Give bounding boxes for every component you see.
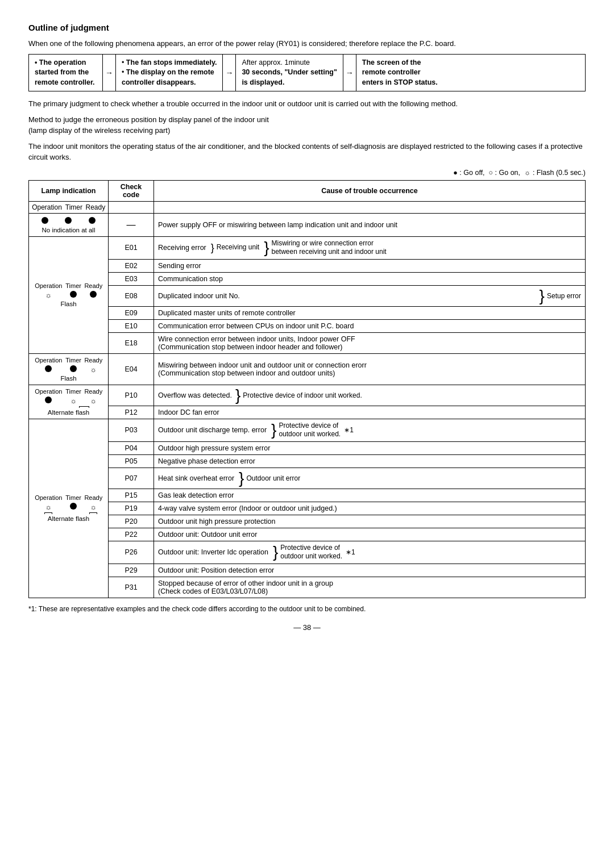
icon-timer-fill <box>65 217 72 224</box>
body-text-3: The indoor unit monitors the operating s… <box>28 141 586 163</box>
alt-brace-top2 <box>44 512 52 514</box>
icon-ready-flash: ☼ <box>90 503 97 511</box>
cause-text-P07: Heat sink overheat error <box>158 474 234 482</box>
label-outdoor-protect2: Protective device ofoutdoor unit worked. <box>280 544 342 561</box>
lamp-cell-alt1: Operation Timer Ready ☼ ☼ <box>29 385 109 419</box>
table-row: P19 4-way valve system error (Indoor or … <box>29 502 586 515</box>
lamp-cell-flash-group: Operation Timer Ready ☼ Flash <box>29 236 109 353</box>
code-P29: P29 <box>109 564 154 577</box>
cause-E01: Receiving error } Receiving unit } Miswi… <box>154 236 586 259</box>
label-miswiring: Miswiring or wire connection errorbetwee… <box>272 239 387 257</box>
label-op: Operation <box>33 387 64 395</box>
lamp-sub-header: Operation Timer Ready <box>29 201 109 213</box>
table-row: P29 Outdoor unit: Position detection err… <box>29 564 586 577</box>
footnote: *1: These are representative examples an… <box>28 604 586 614</box>
empty-cause-header <box>154 201 586 213</box>
icon-timer-flash: ☼ <box>70 397 77 404</box>
cause-P19: 4-way valve system error (Indoor or outd… <box>154 502 586 515</box>
table-row: No indication at all — Power supply OFF … <box>29 213 586 236</box>
cause-text-E01: Receiving error <box>158 244 206 252</box>
cause-P10: Overflow was detected. } Protective devi… <box>154 385 586 406</box>
code-P10: P10 <box>109 385 154 406</box>
col-operation: Operation <box>30 203 64 212</box>
empty-code-header <box>109 201 154 213</box>
cause-E09: Duplicated master units of remote contro… <box>154 306 586 319</box>
lamp-cell-row1: No indication at all <box>29 213 109 236</box>
cause-E18: Wire connection error between indoor uni… <box>154 332 586 353</box>
brace-setup: } <box>540 288 545 304</box>
table-row: P07 Heat sink overheat error } Outdoor u… <box>29 468 586 489</box>
code-P20: P20 <box>109 515 154 528</box>
header-cause: Cause of trouble occurrence <box>154 180 586 201</box>
cause-text-P10: Overflow was detected. <box>158 391 232 399</box>
code-E08: E08 <box>109 285 154 306</box>
lamp-note-flash: Flash <box>33 300 104 308</box>
code-P31: P31 <box>109 577 154 598</box>
lamp-note-alt: Alternate flash <box>33 408 104 416</box>
table-row: Operation Timer Ready ☼ Flash E04 Miswir… <box>29 353 586 385</box>
lamp-note-alt2: Alternate flash <box>33 515 104 523</box>
brace-receiving-large: } <box>264 240 269 256</box>
alt-brace-top3 <box>89 512 97 514</box>
header-lamp: Lamp indication <box>29 180 109 201</box>
lamp-note-flash: Flash <box>33 374 104 382</box>
table-row: E08 Duplicated indoor unit No. } Setup e… <box>29 285 586 306</box>
table-row: P05 Negative phase detection error <box>29 454 586 468</box>
code-E01: E01 <box>109 236 154 259</box>
code-E18: E18 <box>109 332 154 353</box>
table-row: P26 Outdoor unit: Inverter Idc operation… <box>29 541 586 564</box>
label-ready: Ready <box>83 387 104 395</box>
code-P12: P12 <box>109 406 154 419</box>
code-P19: P19 <box>109 502 154 515</box>
label-ready: Ready <box>83 356 104 364</box>
cause-P15: Gas leak detection error <box>154 489 586 502</box>
intro-text: When one of the following phenomena appe… <box>28 38 586 49</box>
brace-indoor-protect: } <box>235 387 240 403</box>
cause-P05: Negative phase detection error <box>154 454 586 468</box>
code-P07: P07 <box>109 468 154 489</box>
table-row: P12 Indoor DC fan error <box>29 406 586 419</box>
code-E02: E02 <box>109 259 154 272</box>
flow-arrow-2: → <box>223 55 236 91</box>
table-row: P20 Outdoor unit high pressure protectio… <box>29 515 586 528</box>
table-row: E03 Communication stop <box>29 272 586 285</box>
label-setup-error: Setup error <box>547 292 581 300</box>
label-op: Operation <box>33 282 64 290</box>
label-indoor-protect: Protective device of indoor unit worked. <box>243 391 362 399</box>
col-ready: Ready <box>84 203 107 212</box>
table-row: P31 Stopped because of error of other in… <box>29 577 586 598</box>
body-text-2: Method to judge the erroneous position b… <box>28 114 586 136</box>
lamp-cell-alt2: Operation Timer Ready ☼ ☼ <box>29 419 109 598</box>
label-receiving-unit: Receiving unit <box>217 243 259 252</box>
cause-P03: Outdoor unit discharge temp. error } Pro… <box>154 419 586 441</box>
icon-op-fill <box>42 217 48 224</box>
lamp-cell-E04: Operation Timer Ready ☼ Flash <box>29 353 109 385</box>
table-row: P22 Outdoor unit: Outdoor unit error <box>29 528 586 541</box>
page-title: Outline of judgment <box>28 23 586 32</box>
code-cell-row1: — <box>109 213 154 236</box>
code-E09: E09 <box>109 306 154 319</box>
table-row: E09 Duplicated master units of remote co… <box>29 306 586 319</box>
flow-cell-3: After approx. 1minute 30 seconds, "Under… <box>242 58 337 88</box>
brace-outdoor-protect1: } <box>271 422 276 438</box>
icon-ready-flash: ☼ <box>90 366 97 373</box>
brace-outdoor-protect2: } <box>273 544 278 560</box>
code-P15: P15 <box>109 489 154 502</box>
flow-cell-4: The screen of theremote controllerenters… <box>362 58 438 88</box>
flow-arrow-3: → <box>343 55 356 91</box>
diagnostic-table: Lamp indication Check code Cause of trou… <box>28 180 586 599</box>
label-outdoor-error: Outdoor unit error <box>246 474 300 482</box>
icon-timer-fill <box>70 503 77 510</box>
label-outdoor-protect1: Protective device ofoutdoor unit worked. <box>279 422 341 439</box>
code-E10: E10 <box>109 319 154 332</box>
table-row: P04 Outdoor high pressure system error <box>29 441 586 454</box>
brace-receiving: } <box>211 243 214 253</box>
icon-ready-fill <box>90 291 97 298</box>
table-row: Operation Timer Ready ☼ Flash E01 Receiv… <box>29 236 586 259</box>
table-row: Operation Timer Ready ☼ ☼ <box>29 419 586 441</box>
flow-cell-2: • The fan stops immediately. • The displ… <box>122 58 217 88</box>
alt-brace-top <box>79 406 89 408</box>
lamp-note: No indication at all <box>33 226 104 234</box>
cause-P22: Outdoor unit: Outdoor unit error <box>154 528 586 541</box>
cause-P04: Outdoor high pressure system error <box>154 441 586 454</box>
